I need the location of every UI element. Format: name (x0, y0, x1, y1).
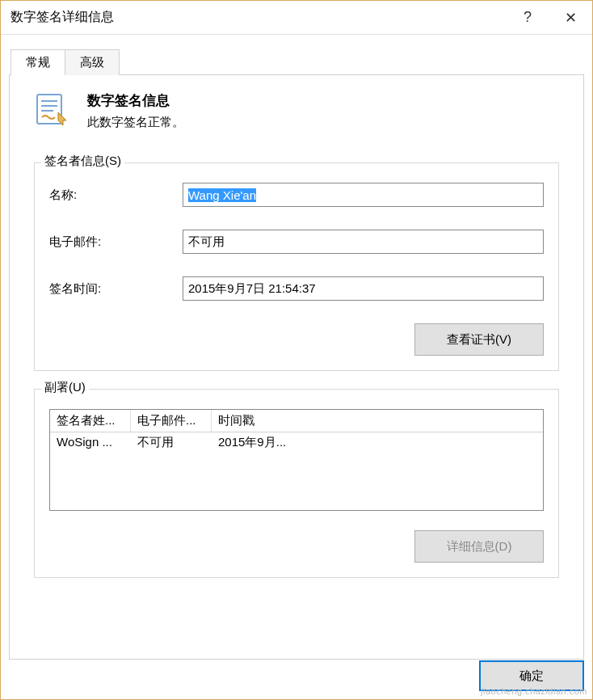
view-certificate-button[interactable]: 查看证书(V) (414, 323, 544, 356)
countersign-listview[interactable]: 签名者姓... 电子邮件... 时间戳 WoSign ... 不可用 2015年… (49, 409, 544, 511)
signature-info-subtitle: 此数字签名正常。 (87, 115, 184, 130)
dialog-window: 数字签名详细信息 ? ✕ 常规 高级 (0, 0, 593, 700)
tab-panel-general: 数字签名信息 此数字签名正常。 签名者信息(S) 名称: Wang Xie'an… (9, 74, 584, 660)
certificate-signed-icon (34, 93, 69, 129)
tab-advanced-label: 高级 (80, 55, 104, 69)
signature-header: 数字签名信息 此数字签名正常。 (34, 91, 559, 130)
name-label: 名称: (49, 188, 183, 203)
cell-signer-name: WoSign ... (50, 432, 131, 453)
name-field[interactable]: Wang Xie'an (183, 183, 544, 207)
help-icon: ? (524, 9, 532, 26)
window-title: 数字签名详细信息 (11, 9, 507, 26)
ok-button[interactable]: 确定 (479, 660, 584, 691)
details-row: 详细信息(D) (49, 530, 544, 563)
tab-general-label: 常规 (26, 55, 50, 69)
email-field[interactable]: 不可用 (183, 230, 544, 254)
col-timestamp[interactable]: 时间戳 (212, 410, 543, 432)
titlebar-buttons: ? ✕ (507, 1, 592, 34)
details-button-label: 详细信息(D) (447, 539, 512, 555)
countersign-group-title: 副署(U) (41, 380, 89, 395)
cell-email: 不可用 (131, 432, 212, 453)
dialog-footer: 确定 (479, 660, 584, 691)
cell-timestamp: 2015年9月... (212, 432, 543, 453)
signature-info-title: 数字签名信息 (87, 91, 184, 110)
help-button[interactable]: ? (507, 1, 549, 34)
listview-header: 签名者姓... 电子邮件... 时间戳 (50, 410, 543, 432)
email-label: 电子邮件: (49, 234, 183, 250)
signer-info-group: 签名者信息(S) 名称: Wang Xie'an 电子邮件: 不可用 签名时间:… (34, 162, 559, 371)
details-button[interactable]: 详细信息(D) (414, 530, 544, 563)
name-value: Wang Xie'an (188, 188, 256, 202)
signtime-label: 签名时间: (49, 281, 183, 297)
titlebar: 数字签名详细信息 ? ✕ (1, 1, 592, 35)
close-icon: ✕ (565, 9, 577, 27)
signtime-field[interactable]: 2015年9月7日 21:54:37 (183, 276, 544, 301)
signer-fields: 名称: Wang Xie'an 电子邮件: 不可用 签名时间: 2015年9月7… (49, 183, 544, 301)
view-cert-row: 查看证书(V) (49, 323, 544, 356)
view-certificate-label: 查看证书(V) (447, 332, 511, 348)
signtime-value: 2015年9月7日 21:54:37 (188, 281, 316, 297)
col-signer-name[interactable]: 签名者姓... (50, 410, 131, 432)
col-email[interactable]: 电子邮件... (131, 410, 212, 432)
countersign-group: 副署(U) 签名者姓... 电子邮件... 时间戳 WoSign ... 不可用… (34, 389, 559, 578)
close-button[interactable]: ✕ (549, 1, 592, 34)
tab-strip: 常规 高级 (11, 49, 584, 75)
tab-advanced[interactable]: 高级 (65, 49, 120, 75)
signature-header-text: 数字签名信息 此数字签名正常。 (87, 91, 184, 130)
content-area: 常规 高级 数字签名信息 此数字签名正常。 (1, 35, 592, 699)
tab-general[interactable]: 常规 (11, 49, 65, 75)
signer-info-group-title: 签名者信息(S) (41, 154, 124, 169)
ok-button-label: 确定 (519, 668, 544, 684)
email-value: 不可用 (188, 234, 225, 250)
table-row[interactable]: WoSign ... 不可用 2015年9月... (50, 432, 543, 453)
